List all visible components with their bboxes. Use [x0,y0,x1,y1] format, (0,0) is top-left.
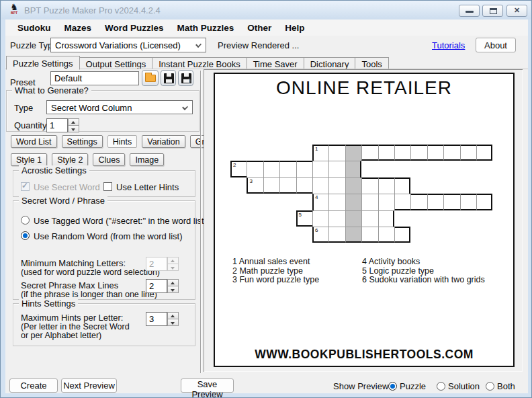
menu-math-puzzles[interactable]: Math Puzzles [177,23,234,33]
max-hints-sublabel-2: or per Alphabet letter) [21,331,101,340]
maximize-button[interactable] [482,5,503,17]
crossword-cell [394,194,410,210]
subtab-variation[interactable]: Variation [142,135,185,148]
crossword-cell: 2 [230,161,247,177]
max-lines-sublabel: (if the phrase is longer than one line) [21,290,157,299]
secret-word-phrase-group: Secret Word / Phrase Use Tagged Word ("#… [13,200,195,300]
puzzle-settings-page: Preset + What to Generate? Type Secret W… [5,69,528,375]
tab-time-saver[interactable]: Time Saver [247,57,304,69]
preview-status-label: Preview Rendered ... [218,40,299,50]
type-combobox[interactable]: Secret Word Column [46,100,193,114]
puzzle-type-combobox[interactable]: Crossword Variations (Licensed) [50,38,206,52]
hints-settings-group: Hints Settings Maximum Hints per Letter:… [13,303,195,346]
crossword-cell [394,227,410,243]
show-puzzle-label: Puzzle [400,381,426,391]
clue-number: 3 [249,178,252,184]
max-lines-stepper[interactable]: 2 [146,279,179,293]
arrow-down-icon [171,322,175,325]
use-secret-word-checkbox[interactable]: ✓ [21,182,30,191]
crossword-cell [361,227,378,243]
tab-puzzle-settings[interactable]: Puzzle Settings [6,56,80,70]
crossword-cell [427,194,443,210]
tab-output-settings[interactable]: Output Settings [79,57,153,69]
use-secret-word-label: Use Secret Word [34,182,100,192]
title-bar: ♞ BPT BPT Puzzle Maker Pro v2024.4.2.4 ✕ [1,1,531,19]
hints-settings-title: Hints Settings [19,298,78,309]
min-matching-label: Minimum Matching Letters: [21,258,126,268]
plus-icon: + [187,77,191,85]
max-lines-value[interactable]: 2 [146,279,167,293]
show-puzzle-radio[interactable] [388,382,397,391]
subtab-image[interactable]: Image [130,153,164,166]
max-hints-value[interactable]: 3 [146,312,167,326]
create-button[interactable]: Create [9,379,58,393]
subtab-hints[interactable]: Hints [107,135,137,148]
use-letter-hints-checkbox[interactable] [103,182,112,191]
spin-down-button[interactable] [167,264,179,271]
preset-input[interactable] [50,71,139,85]
puzzle-footer: WWW.BOOKPUBLISHERTOOLS.COM [215,348,513,362]
tab-dictionary[interactable]: Dictionary [304,57,356,69]
menu-other[interactable]: Other [247,23,271,33]
clues-left-column: 1 Annual sales event 2 Math puzzle type … [232,257,319,285]
crossword-cell [247,161,263,177]
subtab-style-2[interactable]: Style 2 [52,153,88,166]
secret-word-phrase-title: Secret Word / Phrase [19,196,107,206]
tab-instant-puzzle-books[interactable]: Instant Puzzle Books [152,57,247,69]
menu-bar: Sudoku Mazes Word Puzzles Math Puzzles O… [5,19,528,36]
min-matching-sublabel: (used for word puzzle word selection) [21,268,160,277]
menu-sudoku[interactable]: Sudoku [17,23,51,33]
arrow-up-icon [71,121,75,124]
save-preview-button[interactable]: Save Preview [181,379,234,393]
tutorials-link[interactable]: Tutorials [432,40,465,50]
menu-word-puzzles[interactable]: Word Puzzles [105,23,164,33]
crossword-cell [345,210,361,227]
spin-down-button[interactable] [68,125,79,132]
subtab-clues[interactable]: Clues [93,153,125,166]
menu-mazes[interactable]: Mazes [64,23,92,33]
crossword-cell [296,177,312,194]
menu-help[interactable]: Help [285,23,304,33]
save-icon [164,73,174,83]
crossword-cell [394,145,410,161]
tab-tools[interactable]: Tools [355,57,388,69]
crossword-cell [345,145,361,161]
subtab-style-1[interactable]: Style 1 [11,153,47,166]
clue: 4 Activity books [362,257,485,267]
arrow-down-icon [71,128,75,131]
load-preset-button[interactable] [142,70,159,86]
crossword-cell [312,210,328,227]
crossword-cell [443,145,459,161]
show-both-radio[interactable] [486,382,494,391]
crossword-cell [361,210,378,227]
close-button[interactable]: ✕ [506,5,527,17]
about-button[interactable]: About [476,38,516,52]
max-hints-stepper[interactable]: 3 [146,312,179,326]
use-tagged-word-radio[interactable] [21,216,30,225]
crossword-cell [443,194,459,210]
crossword-cell [410,145,427,161]
preview-page: ONLINE RETAILER 123456 1 Annual sales ev… [214,73,515,367]
save-preset-as-button[interactable]: + [178,70,193,86]
quantity-value[interactable]: 1 [46,118,68,132]
quantity-stepper[interactable]: 1 [46,118,79,132]
spin-down-button[interactable] [167,286,179,293]
next-preview-button[interactable]: Next Preview [61,379,117,393]
window-title: BPT Puzzle Maker Pro v2024.4.2.4 [24,5,161,15]
subtab-settings[interactable]: Settings [62,135,103,148]
use-random-word-radio[interactable] [21,231,30,240]
type-value: Secret Word Column [51,103,132,113]
save-as-icon: + [181,73,191,83]
clue: 6 Sudoku variation with two grids [362,276,485,285]
subtab-word-list[interactable]: Word List [11,135,57,148]
save-preset-button[interactable] [161,70,176,86]
spin-down-button[interactable] [167,319,179,326]
max-hints-label: Maximum Hints per Letter: [21,313,123,323]
show-solution-radio[interactable] [437,382,445,391]
clue: 3 Fun word puzzle type [232,276,319,285]
min-matching-stepper[interactable]: 2 [146,257,179,271]
crossword-cell [361,194,378,210]
crossword-cell [296,161,312,177]
minimize-button[interactable] [459,5,480,17]
show-both-label: Both [497,381,515,391]
